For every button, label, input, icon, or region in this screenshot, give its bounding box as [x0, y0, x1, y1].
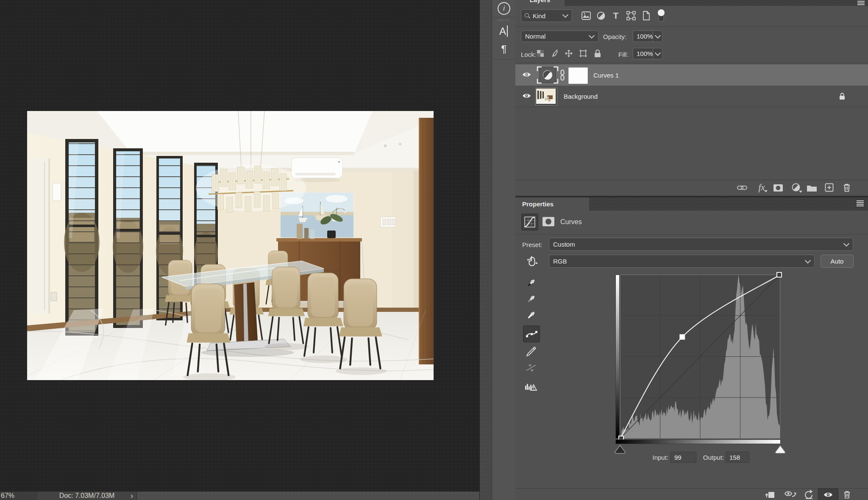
white-point-eyedropper-icon[interactable] — [524, 308, 538, 322]
lock-position-icon[interactable] — [564, 48, 574, 58]
layer-mask-thumbnail[interactable] — [568, 67, 588, 84]
new-layer-icon[interactable] — [823, 182, 835, 193]
layers-tabbar: Layers — [515, 0, 868, 6]
tab-layers[interactable]: Layers — [515, 0, 565, 6]
preset-select[interactable]: Custom — [549, 238, 853, 251]
opacity-label: Opacity: — [603, 33, 626, 40]
background-lock-icon[interactable] — [838, 92, 846, 100]
layer-style-fx-icon[interactable]: fx — [755, 181, 768, 193]
info-icon: i — [498, 2, 510, 15]
view-previous-state-icon[interactable] — [784, 489, 798, 500]
add-layer-mask-icon[interactable] — [772, 182, 784, 193]
visibility-eye-icon[interactable] — [521, 92, 531, 100]
info-panel-button[interactable]: i — [492, 0, 516, 17]
draw-curve-pencil-icon[interactable] — [524, 345, 538, 358]
filter-shape-layers-icon[interactable] — [625, 10, 637, 21]
link-layers-icon[interactable] — [737, 182, 748, 193]
shadow-input-slider[interactable] — [614, 444, 626, 454]
reset-adjustment-icon[interactable] — [803, 489, 815, 500]
auto-button[interactable]: Auto — [821, 255, 854, 268]
lock-transparency-icon[interactable] — [535, 48, 545, 58]
opacity-field[interactable]: 100% — [633, 31, 662, 42]
paragraph-icon: ¶ — [501, 43, 507, 55]
delete-layer-trash-icon[interactable] — [841, 182, 853, 193]
workspace-gutter — [479, 0, 492, 500]
highlight-input-slider[interactable] — [774, 444, 786, 454]
histogram-warning-icon[interactable] — [524, 379, 538, 393]
layer-name[interactable]: Background — [564, 93, 598, 100]
input-value-field[interactable]: 99 — [670, 452, 696, 463]
document-photo-dining-room — [27, 111, 434, 380]
filter-smart-objects-icon[interactable] — [640, 10, 652, 21]
filter-type-layers-icon[interactable]: T — [610, 10, 622, 21]
paragraph-panel-button[interactable]: ¶ — [492, 41, 516, 58]
panel-dock: i A ¶ — [492, 0, 516, 500]
zoom-indicator[interactable]: 67% — [0, 492, 38, 500]
delete-adjustment-trash-icon[interactable] — [841, 489, 853, 500]
filter-pixel-layers-icon[interactable] — [580, 10, 592, 21]
curves-adjustment-icon-button[interactable] — [521, 214, 538, 231]
opacity-caret[interactable] — [653, 31, 662, 42]
output-label: Output: — [698, 454, 724, 461]
character-icon: A — [499, 25, 509, 37]
visibility-eye-icon[interactable] — [521, 70, 531, 79]
curves-graph[interactable] — [620, 275, 780, 439]
output-value-field[interactable]: 158 — [726, 452, 749, 463]
photoshop-window: 67% Doc: 7.03M/7.03M › i A ¶ Layers — [0, 0, 868, 500]
layer-row-background[interactable]: Background — [515, 86, 868, 107]
new-group-folder-icon[interactable] — [805, 182, 818, 193]
blend-mode-select[interactable]: Normal — [521, 31, 598, 42]
properties-tabbar: Properties — [515, 197, 868, 211]
black-point-eyedropper-icon[interactable] — [524, 276, 538, 290]
status-chevron-icon[interactable]: › — [131, 492, 133, 500]
doc-size-indicator[interactable]: Doc: 7.03M/7.03M › — [37, 492, 137, 500]
channel-select[interactable]: RGB — [549, 255, 815, 268]
background-layer-thumbnail[interactable] — [536, 88, 557, 105]
new-adjustment-layer-icon[interactable] — [790, 181, 802, 193]
smooth-curve-icon — [524, 361, 538, 375]
lock-artboard-icon[interactable] — [578, 48, 588, 58]
lock-all-icon[interactable] — [593, 48, 603, 58]
fill-caret[interactable] — [653, 48, 662, 59]
lock-label: Lock: — [521, 51, 536, 58]
layer-row-curves-1[interactable]: Curves 1 — [515, 64, 868, 86]
fill-label: Fill: — [618, 51, 628, 58]
preset-label: Preset: — [522, 241, 542, 248]
layer-filter-kind-select[interactable]: Kind — [521, 9, 572, 22]
targeted-adjustment-icon[interactable] — [525, 255, 540, 268]
document-canvas[interactable]: 67% Doc: 7.03M/7.03M › — [0, 0, 479, 492]
properties-panel-menu-icon[interactable] — [857, 200, 864, 207]
input-label: Input: — [643, 454, 668, 461]
search-icon — [525, 13, 530, 19]
layer-name[interactable]: Curves 1 — [593, 72, 619, 79]
edit-points-tool-button[interactable] — [523, 325, 540, 342]
gray-point-eyedropper-icon[interactable] — [524, 292, 538, 306]
properties-mask-icon[interactable] — [541, 215, 556, 228]
tab-properties[interactable]: Properties — [515, 197, 589, 211]
lock-pixels-icon[interactable] — [549, 48, 559, 58]
toggle-layer-visibility-button[interactable] — [818, 489, 838, 500]
filter-toggle[interactable] — [656, 8, 666, 24]
fill-field[interactable]: 100% — [633, 48, 662, 59]
input-gradient-strip — [615, 439, 781, 444]
mask-link-icon[interactable] — [559, 69, 565, 81]
character-panel-button[interactable]: A — [492, 23, 516, 40]
adjustment-layer-thumbnail[interactable] — [537, 66, 559, 84]
properties-title: Curves — [560, 218, 582, 226]
clip-to-layer-icon[interactable] — [763, 490, 776, 500]
status-bar: 67% Doc: 7.03M/7.03M › — [0, 492, 479, 500]
dock-grip[interactable] — [498, 19, 510, 21]
layers-panel-menu-icon[interactable] — [857, 1, 865, 6]
panel-group: Layers Kind T Normal Opacit — [515, 0, 868, 500]
output-gradient-strip — [615, 275, 620, 439]
filter-adjustment-layers-icon[interactable] — [595, 10, 607, 21]
